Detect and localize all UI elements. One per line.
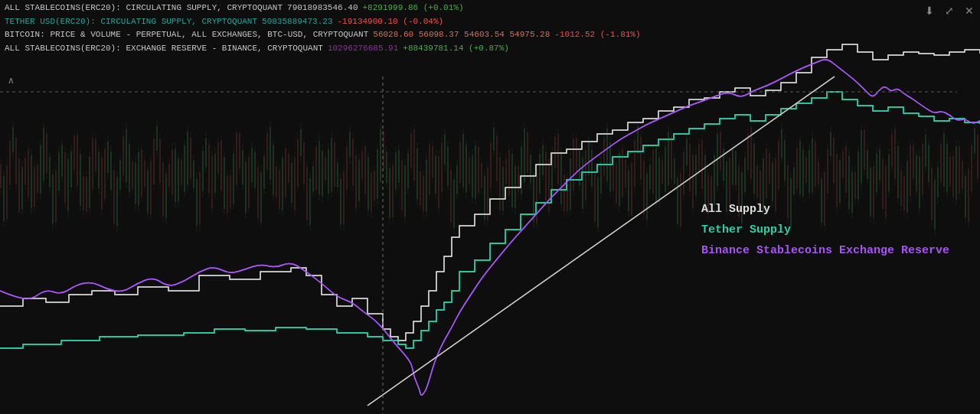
line3-values: 56028.60 56098.37 54603.54 54975.28 [373,28,550,42]
line3-change: -1012.52 (-1.81%) [554,28,640,42]
line3-label: BITCOIN: PRICE & VOLUME - PERPETUAL, ALL… [5,28,368,42]
line1-change: +8291999.86 (+0.01%) [362,2,463,15]
legend-all-supply: All Supply [701,199,949,220]
line4-label: ALL STABLECOINS(ERC20): EXCHANGE RESERVE… [5,42,323,56]
line4-value: 10296276685.91 [328,42,398,56]
resize-button[interactable]: ⤢ [942,3,957,18]
line2-label: TETHER USD(ERC20): CIRCULATING SUPPLY, C… [5,15,257,29]
line1-value: 79018983546.40 [287,2,358,15]
header-line-2: TETHER USD(ERC20): CIRCULATING SUPPLY, C… [5,15,641,29]
top-controls[interactable]: ⬇ ⤢ ✕ [922,3,977,18]
header-line-3: BITCOIN: PRICE & VOLUME - PERPETUAL, ALL… [5,28,641,42]
line4-change: +88439781.14 (+0.87%) [403,42,509,56]
legend-binance-reserve: Binance Stablecoins Exchange Reserve [701,240,949,261]
header-line-1: ALL STABLECOINS(ERC20): CIRCULATING SUPP… [5,2,641,15]
chart-legend: All Supply Tether Supply Binance Stablec… [701,199,949,261]
download-button[interactable]: ⬇ [922,3,937,18]
close-button[interactable]: ✕ [962,3,977,18]
header-line-4: ALL STABLECOINS(ERC20): EXCHANGE RESERVE… [5,42,641,56]
legend-tether-supply: Tether Supply [701,220,949,240]
line2-change: -19134900.10 (-0.04%) [337,15,443,29]
line2-value: 50835889473.23 [262,15,332,29]
chart-container: ALL STABLECOINS(ERC20): CIRCULATING SUPP… [0,0,980,414]
collapse-button[interactable]: ∧ [3,73,19,87]
chart-header: ALL STABLECOINS(ERC20): CIRCULATING SUPP… [0,0,645,57]
line1-label: ALL STABLECOINS(ERC20): CIRCULATING SUPP… [5,2,283,15]
